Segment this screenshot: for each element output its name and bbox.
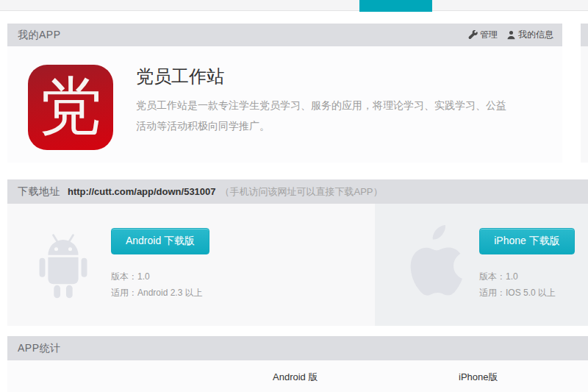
android-compat-label: 适用： bbox=[111, 288, 137, 298]
android-compat-value: Android 2.3 以上 bbox=[137, 288, 203, 298]
iphone-meta: 版本：1.0 适用：IOS 5.0 以上 bbox=[479, 268, 556, 301]
iphone-compat-label: 适用： bbox=[479, 288, 506, 298]
android-download-area: Android 下载版 版本：1.0 适用：Android 2.3 以上 bbox=[7, 204, 375, 326]
app-description: 党员工作站是一款专注学生党员学习、服务的应用，将理论学习、实践学习、公益活动等活… bbox=[136, 95, 508, 136]
download-panel-title: 下载地址 bbox=[18, 185, 60, 199]
android-robot-icon bbox=[34, 232, 93, 304]
stats-column-iphone: iPhone版 bbox=[459, 371, 498, 384]
right-panel-sliver-body bbox=[581, 46, 588, 163]
download-panel: 下载地址 http://cutt.com/app/down/531007 （手机… bbox=[7, 179, 588, 326]
active-nav-tab[interactable] bbox=[359, 0, 432, 12]
android-version-value: 1.0 bbox=[137, 271, 150, 282]
stats-panel-title: APP统计 bbox=[18, 342, 61, 355]
app-info: 党员工作站 党员工作站是一款专注学生党员学习、服务的应用，将理论学习、实践学习、… bbox=[136, 65, 508, 136]
app-icon-glyph: 党 bbox=[39, 74, 102, 138]
manage-link[interactable]: 管理 bbox=[468, 29, 498, 41]
wrench-icon bbox=[468, 30, 478, 40]
page: 我的APP 管理 bbox=[0, 0, 588, 392]
my-app-body: 党 党员工作站 党员工作站是一款专注学生党员学习、服务的应用，将理论学习、实践学… bbox=[7, 46, 562, 163]
app-name: 党员工作站 bbox=[136, 65, 508, 88]
top-nav-bar bbox=[0, 0, 588, 11]
my-app-panel-header: 我的APP 管理 bbox=[7, 24, 562, 46]
android-compat-row: 适用：Android 2.3 以上 bbox=[111, 285, 203, 301]
android-download-button[interactable]: Android 下载版 bbox=[111, 228, 209, 254]
my-app-panel: 我的APP 管理 bbox=[7, 24, 562, 163]
iphone-compat-row: 适用：IOS 5.0 以上 bbox=[479, 285, 556, 301]
stats-table-header-row: Android 版 iPhone版 bbox=[7, 360, 588, 392]
download-url[interactable]: http://cutt.com/app/down/531007 bbox=[68, 186, 216, 197]
stats-panel: APP统计 Android 版 iPhone版 bbox=[7, 336, 588, 392]
iphone-version-row: 版本：1.0 bbox=[479, 268, 556, 285]
my-app-panel-title: 我的APP bbox=[18, 29, 61, 42]
right-panel-sliver-header bbox=[581, 24, 588, 46]
download-body: Android 下载版 版本：1.0 适用：Android 2.3 以上 iPh… bbox=[7, 204, 588, 326]
header-actions: 管理 我的信息 bbox=[468, 24, 553, 46]
android-meta: 版本：1.0 适用：Android 2.3 以上 bbox=[111, 268, 203, 301]
download-url-note: （手机访问该网址可以直接下载APP） bbox=[220, 185, 383, 199]
iphone-version-label: 版本： bbox=[479, 271, 506, 282]
stats-panel-header: APP统计 bbox=[7, 336, 588, 360]
iphone-download-area: iPhone 下载版 版本：1.0 适用：IOS 5.0 以上 bbox=[375, 204, 588, 326]
android-version-label: 版本： bbox=[111, 271, 137, 282]
stats-column-android: Android 版 bbox=[273, 371, 318, 384]
iphone-compat-value: IOS 5.0 以上 bbox=[506, 288, 556, 298]
my-info-link[interactable]: 我的信息 bbox=[506, 29, 553, 41]
iphone-version-value: 1.0 bbox=[506, 271, 518, 282]
iphone-download-button[interactable]: iPhone 下载版 bbox=[479, 228, 575, 254]
apple-icon bbox=[403, 224, 465, 305]
my-info-label: 我的信息 bbox=[518, 29, 553, 41]
android-version-row: 版本：1.0 bbox=[111, 268, 203, 285]
right-panel-sliver bbox=[581, 24, 588, 163]
app-icon: 党 bbox=[28, 65, 113, 150]
user-icon bbox=[506, 30, 516, 40]
manage-label: 管理 bbox=[480, 29, 498, 41]
download-panel-header: 下载地址 http://cutt.com/app/down/531007 （手机… bbox=[7, 179, 588, 204]
